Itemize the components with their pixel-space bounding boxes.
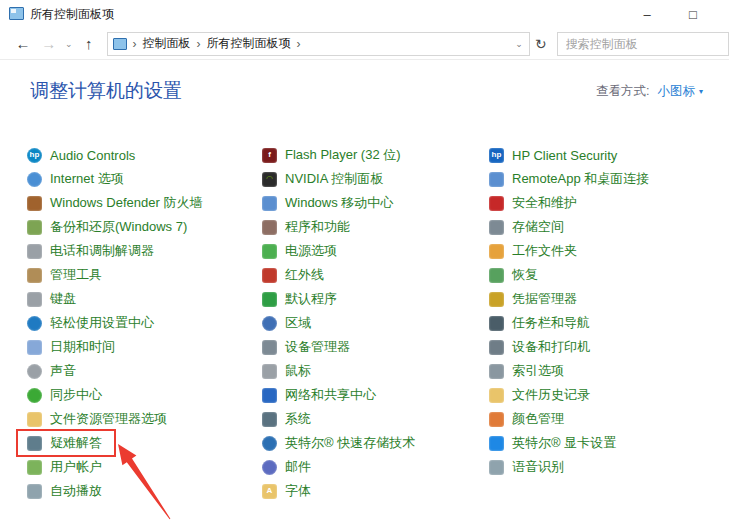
system-icon xyxy=(262,412,277,427)
nvidia-control-panel-icon: ◠ xyxy=(262,172,277,187)
control-panel-item-taskbar-navigation[interactable]: 任务栏和导航 xyxy=(489,311,590,335)
windows-defender-firewall-icon xyxy=(27,196,42,211)
control-panel-item-color-management[interactable]: 颜色管理 xyxy=(489,407,564,431)
ease-of-access-center-icon xyxy=(27,316,42,331)
item-label: 红外线 xyxy=(285,266,324,284)
control-panel-item-sound[interactable]: 声音 xyxy=(27,359,76,383)
control-panel-item-autoplay[interactable]: 自动播放 xyxy=(27,479,102,503)
control-panel-item-sync-center[interactable]: 同步中心 xyxy=(27,383,102,407)
control-panel-item-power-options[interactable]: 电源选项 xyxy=(262,239,337,263)
control-panel-item-system[interactable]: 系统 xyxy=(262,407,311,431)
control-panel-item-indexing-options[interactable]: 索引选项 xyxy=(489,359,564,383)
control-panel-item-network-sharing-center[interactable]: 网络和共享中心 xyxy=(262,383,376,407)
storage-spaces-icon xyxy=(489,220,504,235)
control-panel-item-remoteapp-desktop-connections[interactable]: RemoteApp 和桌面连接 xyxy=(489,167,649,191)
control-panel-item-hp-audio-controls[interactable]: hpAudio Controls xyxy=(27,143,135,167)
power-options-icon xyxy=(262,244,277,259)
minimize-button[interactable]: – xyxy=(624,0,670,28)
mail-icon xyxy=(262,460,277,475)
control-panel-item-file-history[interactable]: 文件历史记录 xyxy=(489,383,590,407)
item-label: 索引选项 xyxy=(512,362,564,380)
control-panel-item-nvidia-control-panel[interactable]: ◠NVIDIA 控制面板 xyxy=(262,167,383,191)
control-panel-item-phone-modem[interactable]: 电话和调制解调器 xyxy=(27,239,154,263)
item-label: 工作文件夹 xyxy=(512,242,577,260)
remoteapp-desktop-connections-icon xyxy=(489,172,504,187)
control-panel-item-default-programs[interactable]: 默认程序 xyxy=(262,287,337,311)
control-panel-item-windows-defender-firewall[interactable]: Windows Defender 防火墙 xyxy=(27,191,202,215)
item-label: Windows Defender 防火墙 xyxy=(50,194,202,212)
control-panel-item-credential-manager[interactable]: 凭据管理器 xyxy=(489,287,577,311)
control-panel-item-mail[interactable]: 邮件 xyxy=(262,455,311,479)
control-panel-column: hpHP Client SecurityRemoteApp 和桌面连接安全和维护… xyxy=(489,143,709,503)
control-panel-item-flash-player[interactable]: fFlash Player (32 位) xyxy=(262,143,401,167)
item-label: 邮件 xyxy=(285,458,311,476)
item-label: 程序和功能 xyxy=(285,218,350,236)
refresh-icon[interactable]: ↻ xyxy=(530,32,552,56)
item-label: 电话和调制解调器 xyxy=(50,242,154,260)
control-panel-item-ease-of-access-center[interactable]: 轻松使用设置中心 xyxy=(27,311,154,335)
control-panel-item-windows-mobility-center[interactable]: Windows 移动中心 xyxy=(262,191,393,215)
window-controls: – □ xyxy=(624,0,716,28)
control-panel-item-hp-client-security[interactable]: hpHP Client Security xyxy=(489,143,617,167)
item-label: Internet 选项 xyxy=(50,170,124,188)
control-panel-item-troubleshooting[interactable]: 疑难解答 xyxy=(18,431,114,455)
item-label: 英特尔® 显卡设置 xyxy=(512,434,616,452)
item-label: 疑难解答 xyxy=(50,434,102,452)
address-bar[interactable]: › 控制面板 › 所有控制面板项 › ⌄ xyxy=(107,32,530,56)
control-panel-item-speech-recognition[interactable]: 语音识别 xyxy=(489,455,564,479)
admin-tools-icon xyxy=(27,268,42,283)
item-label: 电源选项 xyxy=(285,242,337,260)
address-dropdown-icon[interactable]: ⌄ xyxy=(515,39,525,49)
control-panel-item-intel-graphics-settings[interactable]: 英特尔® 显卡设置 xyxy=(489,431,616,455)
control-panel-item-admin-tools[interactable]: 管理工具 xyxy=(27,263,102,287)
control-panel-item-internet-options[interactable]: Internet 选项 xyxy=(27,167,124,191)
control-panel-item-security-maintenance[interactable]: 安全和维护 xyxy=(489,191,577,215)
forward-icon[interactable]: → xyxy=(36,32,62,56)
windows-mobility-center-icon xyxy=(262,196,277,211)
control-panel-item-storage-spaces[interactable]: 存储空间 xyxy=(489,215,564,239)
item-label: 安全和维护 xyxy=(512,194,577,212)
up-icon[interactable]: ↑ xyxy=(76,32,102,56)
back-icon[interactable]: ← xyxy=(10,32,36,56)
autoplay-icon xyxy=(27,484,42,499)
devices-printers-icon xyxy=(489,340,504,355)
device-manager-icon xyxy=(262,340,277,355)
search-input[interactable] xyxy=(558,33,728,55)
breadcrumb-control-panel[interactable]: 控制面板 xyxy=(143,35,191,52)
control-panel-item-devices-printers[interactable]: 设备和打印机 xyxy=(489,335,590,359)
view-by-caret-icon[interactable]: ▾ xyxy=(699,87,703,96)
control-panel-item-file-explorer-options[interactable]: 文件资源管理器选项 xyxy=(27,407,167,431)
control-panel-item-intel-rapid-storage[interactable]: 英特尔® 快速存储技术 xyxy=(262,431,415,455)
fonts-icon: A xyxy=(262,484,277,499)
item-label: 轻松使用设置中心 xyxy=(50,314,154,332)
breadcrumb-all-items[interactable]: 所有控制面板项 xyxy=(207,35,291,52)
control-panel-item-recovery[interactable]: 恢复 xyxy=(489,263,538,287)
hp-audio-controls-glyph: hp xyxy=(30,151,40,159)
flash-player-icon: f xyxy=(262,148,277,163)
item-label: HP Client Security xyxy=(512,148,617,163)
speech-recognition-icon xyxy=(489,460,504,475)
control-panel-item-keyboard[interactable]: 键盘 xyxy=(27,287,76,311)
control-panel-item-infrared[interactable]: 红外线 xyxy=(262,263,324,287)
control-panel-item-user-accounts[interactable]: 用户帐户 xyxy=(27,455,102,479)
control-panel-item-programs-features[interactable]: 程序和功能 xyxy=(262,215,350,239)
item-label: 设备管理器 xyxy=(285,338,350,356)
maximize-button[interactable]: □ xyxy=(670,0,716,28)
history-chevron-icon[interactable]: ⌄ xyxy=(62,32,76,56)
control-panel-item-region[interactable]: 区域 xyxy=(262,311,311,335)
control-panel-item-work-folders[interactable]: 工作文件夹 xyxy=(489,239,577,263)
view-by-value[interactable]: 小图标 xyxy=(657,83,695,100)
control-panel-item-date-time[interactable]: 日期和时间 xyxy=(27,335,115,359)
control-panel-item-fonts[interactable]: A字体 xyxy=(262,479,311,503)
item-label: 备份和还原(Windows 7) xyxy=(50,218,187,236)
control-panel-item-mouse[interactable]: 鼠标 xyxy=(262,359,311,383)
control-panel-item-backup-restore[interactable]: 备份和还原(Windows 7) xyxy=(27,215,187,239)
item-label: 设备和打印机 xyxy=(512,338,590,356)
keyboard-icon xyxy=(27,292,42,307)
control-panel-item-device-manager[interactable]: 设备管理器 xyxy=(262,335,350,359)
title-bar: 所有控制面板项 – □ xyxy=(0,0,729,28)
control-panel-window: 所有控制面板项 – □ ← → ⌄ ↑ › 控制面板 › 所有控制面板项 › ⌄… xyxy=(0,0,729,522)
item-label: 键盘 xyxy=(50,290,76,308)
nvidia-control-panel-glyph: ◠ xyxy=(266,175,272,183)
recovery-icon xyxy=(489,268,504,283)
